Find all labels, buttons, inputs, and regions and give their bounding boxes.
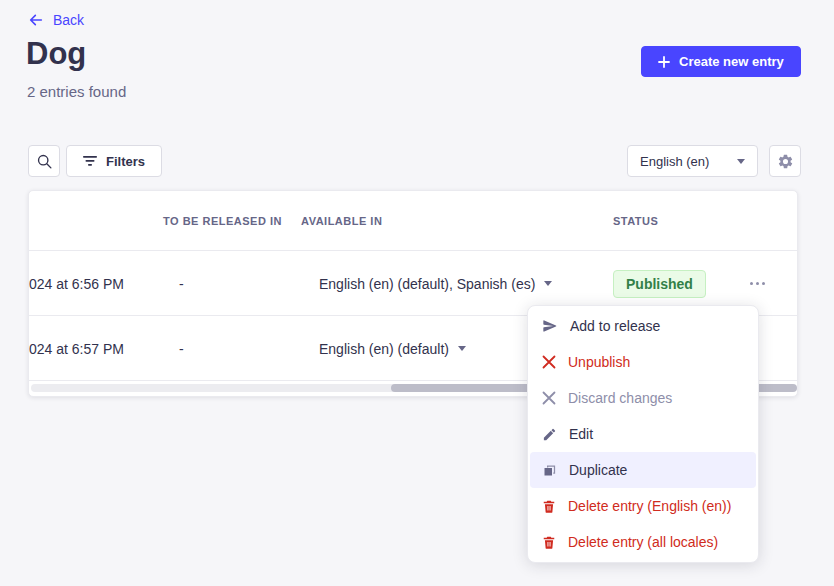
- search-icon: [36, 153, 53, 170]
- column-header-available-in: AVAILABLE IN: [301, 191, 382, 251]
- locale-selected-value: English (en): [640, 154, 709, 169]
- chevron-down-icon: [737, 159, 745, 164]
- locale-select[interactable]: English (en): [627, 145, 758, 177]
- menu-item-discard-changes[interactable]: Discard changes: [530, 380, 756, 416]
- trash-icon: [542, 499, 556, 514]
- search-button[interactable]: [28, 145, 60, 177]
- create-new-entry-label: Create new entry: [679, 54, 784, 69]
- row-actions-menu: Add to release Unpublish Discard changes…: [527, 305, 759, 563]
- menu-item-delete-entry-all-locales[interactable]: Delete entry (all locales): [530, 524, 756, 560]
- chevron-down-icon: [544, 281, 552, 286]
- available-in-locales: English (en) (default), Spanish (es): [319, 276, 535, 292]
- more-options-button[interactable]: [748, 276, 767, 291]
- table-header-row: TO BE RELEASED IN AVAILABLE IN STATUS: [29, 191, 797, 251]
- pencil-icon: [542, 427, 557, 442]
- available-in-locales: English (en) (default): [319, 341, 449, 357]
- menu-item-duplicate[interactable]: Duplicate: [530, 452, 756, 488]
- cross-icon: [542, 355, 556, 369]
- cross-icon: [542, 391, 556, 405]
- menu-item-edit[interactable]: Edit: [530, 416, 756, 452]
- status-badge: Published: [613, 270, 706, 298]
- chevron-down-icon: [458, 346, 466, 351]
- back-link[interactable]: Back: [28, 12, 84, 28]
- create-new-entry-button[interactable]: Create new entry: [641, 46, 801, 77]
- arrow-left-icon: [28, 12, 44, 28]
- column-header-to-be-released-in: TO BE RELEASED IN: [163, 191, 282, 251]
- cell-to-be-released-in: -: [179, 251, 184, 316]
- cell-date: 024 at 6:56 PM: [29, 251, 177, 316]
- gear-icon: [777, 153, 794, 170]
- cell-date: 024 at 6:57 PM: [29, 316, 177, 381]
- settings-button[interactable]: [769, 145, 801, 177]
- menu-item-add-to-release[interactable]: Add to release: [530, 308, 756, 344]
- filter-icon: [83, 155, 97, 167]
- menu-item-delete-entry-locale[interactable]: Delete entry (English (en)): [530, 488, 756, 524]
- menu-item-unpublish[interactable]: Unpublish: [530, 344, 756, 380]
- column-header-status: STATUS: [613, 191, 658, 251]
- entries-count: 2 entries found: [27, 83, 126, 100]
- page-title: Dog: [26, 36, 86, 72]
- filters-button[interactable]: Filters: [66, 145, 162, 177]
- back-label: Back: [53, 12, 84, 28]
- plus-icon: [658, 56, 670, 68]
- cell-available-in[interactable]: English (en) (default): [319, 316, 466, 381]
- filters-label: Filters: [106, 154, 145, 169]
- cell-available-in[interactable]: English (en) (default), Spanish (es): [319, 251, 552, 316]
- paper-plane-icon: [542, 318, 558, 334]
- duplicate-icon: [542, 463, 557, 478]
- cell-to-be-released-in: -: [179, 316, 184, 381]
- trash-icon: [542, 535, 556, 550]
